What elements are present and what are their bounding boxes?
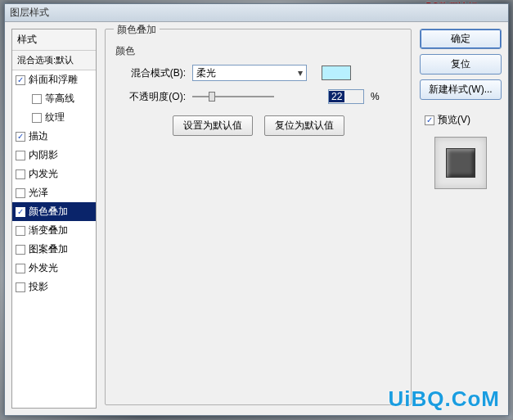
preview-checkbox[interactable] — [425, 115, 434, 125]
cancel-button[interactable]: 复位 — [420, 54, 502, 75]
opacity-input[interactable]: 22 — [328, 89, 364, 104]
color-swatch[interactable] — [322, 65, 351, 80]
style-label: 图案叠加 — [29, 242, 68, 256]
window-title: 图层样式 — [10, 6, 49, 20]
group-title: 颜色叠加 — [114, 23, 160, 37]
style-item-4[interactable]: 内阴影 — [12, 146, 96, 165]
make-default-button[interactable]: 设置为默认值 — [173, 115, 253, 136]
style-label: 内阴影 — [29, 148, 58, 162]
style-item-11[interactable]: 投影 — [12, 278, 96, 296]
ok-button[interactable]: 确定 — [420, 29, 502, 49]
titlebar[interactable]: 图层样式 — [5, 4, 508, 22]
style-checkbox[interactable] — [16, 132, 25, 142]
sub-title: 颜色 — [115, 44, 401, 58]
style-item-0[interactable]: 斜面和浮雕 — [12, 70, 96, 89]
watermark: UiBQ.CoM — [388, 386, 500, 412]
style-label: 等高线 — [45, 92, 74, 106]
opacity-label: 不透明度(O): — [115, 90, 186, 104]
opacity-slider[interactable] — [192, 96, 315, 97]
opacity-unit: % — [371, 91, 380, 102]
blend-options-header[interactable]: 混合选项:默认 — [12, 51, 96, 70]
style-label: 颜色叠加 — [29, 205, 68, 219]
style-checkbox[interactable] — [16, 151, 25, 160]
blend-mode-select[interactable]: 柔光 — [192, 65, 307, 81]
style-item-10[interactable]: 外发光 — [12, 259, 96, 278]
right-panel: 确定 复位 新建样式(W)... 预览(V) — [420, 29, 502, 409]
preview-swatch — [447, 149, 475, 177]
preview-label: 预览(V) — [438, 113, 470, 127]
style-label: 外发光 — [29, 261, 58, 275]
style-item-2[interactable]: 纹理 — [12, 108, 96, 127]
style-checkbox[interactable] — [16, 264, 25, 273]
style-checkbox[interactable] — [16, 75, 25, 85]
preview-box — [434, 137, 487, 189]
style-checkbox[interactable] — [16, 188, 25, 198]
opacity-value: 22 — [329, 91, 344, 102]
style-checkbox[interactable] — [16, 169, 25, 179]
style-item-9[interactable]: 图案叠加 — [12, 240, 96, 259]
style-label: 纹理 — [45, 111, 65, 124]
style-label: 内发光 — [29, 167, 58, 181]
style-label: 光泽 — [29, 186, 48, 200]
reset-default-button[interactable]: 复位为默认值 — [264, 115, 344, 136]
styles-panel: 样式 混合选项:默认 斜面和浮雕等高线纹理描边内阴影内发光光泽颜色叠加渐变叠加图… — [11, 29, 97, 409]
new-style-button[interactable]: 新建样式(W)... — [420, 79, 502, 100]
style-label: 渐变叠加 — [29, 224, 68, 237]
style-item-3[interactable]: 描边 — [12, 127, 96, 146]
style-checkbox[interactable] — [16, 282, 25, 292]
styles-header[interactable]: 样式 — [12, 29, 96, 51]
style-label: 描边 — [29, 129, 48, 143]
blend-mode-value: 柔光 — [196, 66, 216, 80]
style-checkbox[interactable] — [16, 226, 25, 236]
layer-style-dialog: 图层样式 样式 混合选项:默认 斜面和浮雕等高线纹理描边内阴影内发光光泽颜色叠加… — [4, 3, 509, 416]
style-item-6[interactable]: 光泽 — [12, 183, 96, 202]
style-checkbox[interactable] — [32, 113, 42, 123]
style-checkbox[interactable] — [16, 207, 25, 217]
style-item-1[interactable]: 等高线 — [12, 89, 96, 108]
style-item-7[interactable]: 颜色叠加 — [12, 202, 96, 221]
blend-mode-label: 混合模式(B): — [115, 66, 186, 80]
settings-panel: 颜色叠加 颜色 混合模式(B): 柔光 不透明度(O): 22 — [105, 29, 412, 409]
style-label: 投影 — [29, 280, 48, 294]
style-label: 斜面和浮雕 — [29, 73, 78, 87]
style-checkbox[interactable] — [32, 94, 42, 104]
style-checkbox[interactable] — [16, 245, 25, 255]
style-item-5[interactable]: 内发光 — [12, 165, 96, 183]
style-item-8[interactable]: 渐变叠加 — [12, 221, 96, 240]
